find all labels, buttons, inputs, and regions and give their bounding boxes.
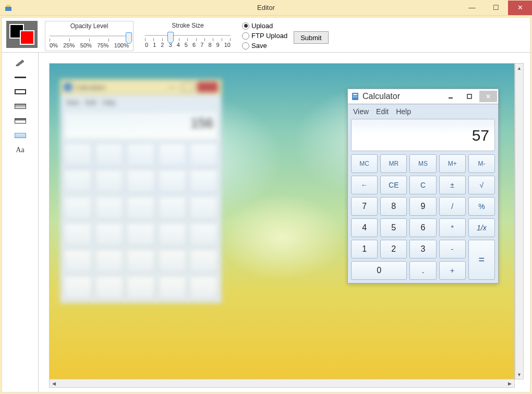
opacity-tick-labels: 0%25%50%75%100% xyxy=(50,42,129,48)
canvas-area: Calculator — ViewEditHelp 156 xyxy=(39,52,530,392)
blurred-calculator-window: Calculator — ViewEditHelp 156 xyxy=(60,79,222,303)
calc-percent-button[interactable]: % xyxy=(468,197,495,216)
calculator-minimize-button[interactable] xyxy=(442,91,460,102)
calc-5-button[interactable]: 5 xyxy=(380,218,407,237)
radio-ftp-upload[interactable]: FTP Upload xyxy=(242,32,287,40)
rect-blue-tool[interactable] xyxy=(12,131,29,140)
svg-rect-3 xyxy=(353,94,357,95)
calc-0-button[interactable]: 0 xyxy=(351,261,407,280)
calc-1-button[interactable]: 1 xyxy=(351,240,378,258)
text-icon: Aa xyxy=(16,146,24,154)
svg-rect-4 xyxy=(353,96,354,97)
foreground-color-swatch[interactable] xyxy=(20,30,34,45)
rect-outline-tool[interactable] xyxy=(12,87,29,96)
calc-divide-button[interactable]: / xyxy=(439,197,466,216)
blurred-calculator-display: 156 xyxy=(64,110,218,140)
calc-9-button[interactable]: 9 xyxy=(409,197,436,216)
stroke-label: Stroke Size xyxy=(145,22,231,29)
calculator-window: Calculator View Edit Help xyxy=(347,89,499,284)
scroll-down-button[interactable]: ▼ xyxy=(515,370,523,379)
calc-4-button[interactable]: 4 xyxy=(351,218,378,237)
svg-rect-0 xyxy=(5,7,11,11)
calc-ce-button[interactable]: CE xyxy=(380,176,407,194)
calc-c-button[interactable]: C xyxy=(409,176,436,194)
window-title: Editor xyxy=(257,4,275,11)
pencil-tool[interactable] xyxy=(12,58,29,67)
calc-reciprocal-button[interactable]: 1/x xyxy=(468,218,495,237)
vertical-scroll-track[interactable] xyxy=(515,72,523,370)
calc-2-button[interactable]: 2 xyxy=(380,240,407,258)
calc-add-button[interactable]: + xyxy=(439,261,466,280)
svg-rect-6 xyxy=(356,96,357,97)
horizontal-scrollbar[interactable]: ◀ ▶ xyxy=(49,379,515,388)
close-button[interactable]: ✕ xyxy=(508,1,532,15)
opacity-slider-thumb[interactable] xyxy=(126,32,132,44)
scroll-corner xyxy=(515,379,524,388)
radio-upload[interactable]: Upload xyxy=(242,22,287,30)
opacity-label: Opacity Level xyxy=(50,22,129,30)
calc-mr-button[interactable]: MR xyxy=(380,154,407,173)
calc-backspace-button[interactable]: ← xyxy=(351,176,378,194)
scroll-right-button[interactable]: ▶ xyxy=(505,379,514,387)
calculator-display: 57 xyxy=(351,119,495,151)
text-tool[interactable]: Aa xyxy=(12,145,29,155)
top-toolbar: Opacity Level 0%25%50%75%100% Stroke Siz… xyxy=(2,18,530,52)
submit-button[interactable]: Submit xyxy=(294,31,328,44)
calculator-keypad: MC MR MS M+ M- ← CE C ± √ 7 xyxy=(351,154,495,280)
calculator-titlebar[interactable]: Calculator xyxy=(347,89,499,104)
calculator-title: Calculator xyxy=(362,92,400,101)
svg-rect-1 xyxy=(6,5,10,7)
radio-icon xyxy=(242,32,249,40)
stroke-slider-thumb[interactable] xyxy=(167,32,174,43)
titlebar: Editor — ☐ ✕ xyxy=(0,0,532,16)
app-icon xyxy=(4,4,13,12)
opacity-slider-group: Opacity Level 0%25%50%75%100% xyxy=(45,21,134,51)
calc-3-button[interactable]: 3 xyxy=(409,240,436,258)
radio-icon xyxy=(242,42,249,50)
minimize-button[interactable]: — xyxy=(460,1,484,15)
scroll-up-button[interactable]: ▲ xyxy=(515,64,523,72)
line-tool[interactable] xyxy=(12,72,29,82)
lower-panel: Aa Calculator — xyxy=(2,52,530,392)
calc-equals-button[interactable]: = xyxy=(468,240,495,280)
rect-outline-icon xyxy=(15,89,26,94)
radio-save[interactable]: Save xyxy=(242,42,287,50)
calculator-menu-edit[interactable]: Edit xyxy=(376,107,389,116)
horizontal-scroll-track[interactable] xyxy=(58,379,505,387)
stroke-slider[interactable] xyxy=(145,29,231,42)
calc-mplus-button[interactable]: M+ xyxy=(439,154,466,173)
rect-gradient-tool[interactable] xyxy=(12,102,29,111)
calculator-close-button[interactable] xyxy=(479,91,497,102)
calc-6-button[interactable]: 6 xyxy=(409,218,436,237)
tool-strip: Aa xyxy=(2,52,39,392)
calc-multiply-button[interactable]: * xyxy=(439,218,466,237)
calculator-icon xyxy=(64,83,72,91)
calc-ms-button[interactable]: MS xyxy=(409,154,436,173)
calc-sqrt-button[interactable]: √ xyxy=(468,176,495,194)
vertical-scrollbar[interactable]: ▲ ▼ xyxy=(515,63,524,379)
calc-mc-button[interactable]: MC xyxy=(351,154,378,173)
svg-rect-7 xyxy=(449,97,453,98)
rect-dark-gradient-tool[interactable] xyxy=(12,116,29,126)
calc-7-button[interactable]: 7 xyxy=(351,197,378,216)
calc-subtract-button[interactable]: - xyxy=(439,240,466,258)
pencil-icon xyxy=(15,59,26,66)
color-swatch[interactable] xyxy=(6,21,38,48)
calc-decimal-button[interactable]: . xyxy=(409,261,436,280)
calculator-menubar: View Edit Help xyxy=(351,107,495,119)
canvas[interactable]: Calculator — ViewEditHelp 156 xyxy=(49,63,515,379)
calculator-menu-help[interactable]: Help xyxy=(396,107,411,116)
maximize-icon xyxy=(467,94,472,99)
opacity-slider[interactable] xyxy=(50,30,129,42)
scroll-left-button[interactable]: ◀ xyxy=(50,379,58,387)
upload-radio-group: Upload FTP Upload Save xyxy=(242,21,287,50)
calc-mminus-button[interactable]: M- xyxy=(468,154,495,173)
maximize-button[interactable]: ☐ xyxy=(484,1,508,15)
calculator-menu-view[interactable]: View xyxy=(353,107,369,116)
stroke-slider-group: Stroke Size 012345678910 xyxy=(141,21,235,50)
close-icon xyxy=(486,94,491,99)
calculator-maximize-button[interactable] xyxy=(461,91,478,102)
calc-8-button[interactable]: 8 xyxy=(380,197,407,216)
calc-plusminus-button[interactable]: ± xyxy=(439,176,466,194)
rect-blue-icon xyxy=(15,133,26,138)
